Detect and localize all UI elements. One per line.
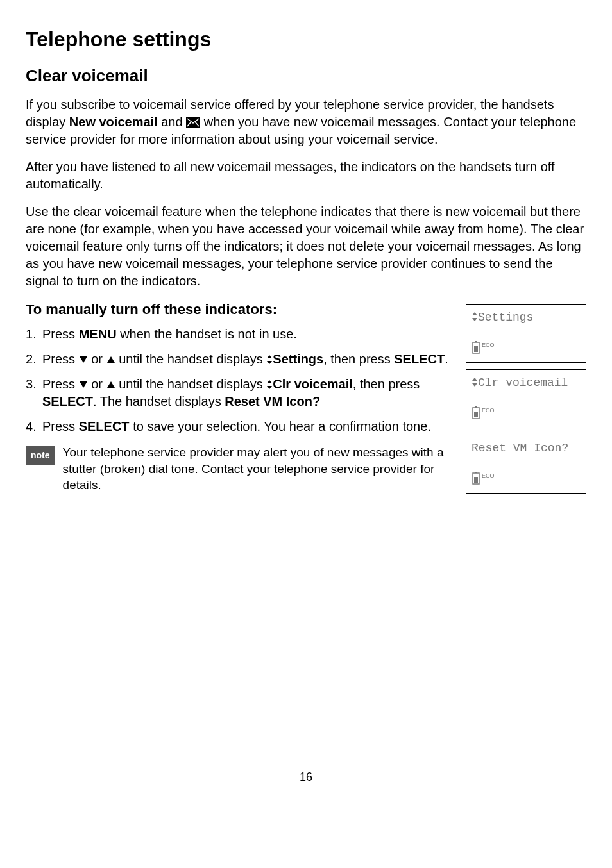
screen-text: Reset VM Icon? — [472, 441, 568, 456]
text-bold: SELECT — [42, 394, 93, 408]
steps-title: To manually turn off these indicators: — [26, 300, 453, 319]
svg-marker-6 — [107, 381, 115, 388]
eco-label: ECO — [482, 472, 495, 480]
arrows-updown-icon — [472, 312, 478, 322]
svg-marker-5 — [80, 381, 87, 388]
svg-marker-9 — [472, 312, 477, 315]
screen-text: Clr voicemail — [478, 376, 568, 390]
battery-icon — [472, 406, 480, 419]
text: , then press — [353, 377, 420, 391]
text: or — [88, 377, 106, 391]
arrows-updown-icon — [266, 355, 273, 365]
svg-marker-15 — [472, 383, 477, 387]
phone-screen-settings: Settings ECO — [466, 304, 586, 363]
eco-label: ECO — [482, 407, 495, 415]
svg-marker-8 — [267, 386, 272, 389]
text: , then press — [323, 352, 394, 366]
text-bold: SELECT — [394, 352, 445, 366]
text-bold: New voicemail — [69, 115, 158, 129]
text: Press — [42, 377, 79, 391]
note-block: note Your telephone service provider may… — [26, 444, 453, 494]
envelope-icon — [186, 117, 200, 128]
svg-rect-13 — [474, 346, 478, 352]
svg-marker-3 — [267, 355, 272, 358]
list-item: Press SELECT to save your selection. You… — [26, 418, 453, 435]
text: to save your selection. You hear a confi… — [130, 419, 431, 433]
text: Press — [42, 419, 79, 433]
text: Press — [42, 352, 79, 366]
svg-marker-2 — [107, 356, 115, 363]
text: and — [158, 115, 186, 129]
text-bold: Clr voicemail — [273, 377, 353, 391]
steps-list: Press MENU when the handset is not in us… — [26, 326, 453, 435]
battery-icon — [472, 341, 480, 354]
intro-paragraph-1: If you subscribe to voicemail service of… — [26, 96, 586, 148]
eco-label: ECO — [482, 342, 495, 349]
intro-paragraph-2: After you have listened to all new voice… — [26, 158, 586, 193]
section-title: Clear voicemail — [26, 65, 586, 87]
triangle-up-icon — [106, 381, 115, 388]
triangle-down-icon — [79, 381, 88, 388]
svg-marker-7 — [267, 380, 272, 383]
arrows-updown-icon — [472, 377, 478, 387]
text-bold: Reset VM Icon? — [225, 394, 320, 408]
svg-marker-10 — [472, 318, 477, 321]
text: . — [445, 352, 448, 366]
list-item: Press or until the handset displays Clr … — [26, 376, 453, 410]
intro-paragraph-3: Use the clear voicemail feature when the… — [26, 203, 586, 290]
triangle-down-icon — [79, 356, 88, 363]
page-number: 16 — [26, 769, 586, 785]
svg-rect-21 — [474, 477, 478, 483]
note-text: Your telephone service provider may aler… — [63, 444, 453, 494]
screen-text: Settings — [478, 310, 533, 325]
svg-rect-18 — [474, 412, 478, 417]
svg-marker-14 — [472, 378, 477, 381]
text-bold: MENU — [79, 327, 117, 341]
text-bold: SELECT — [79, 419, 130, 433]
text: or — [88, 352, 106, 366]
text: Press — [42, 327, 79, 341]
text: when the handset is not in use. — [117, 327, 297, 341]
phone-screen-clr-voicemail: Clr voicemail ECO — [466, 369, 586, 428]
phone-screen-reset-vm: Reset VM Icon? ECO — [466, 435, 586, 494]
text: until the handset displays — [115, 352, 267, 366]
note-badge: note — [26, 446, 55, 465]
text: until the handset displays — [115, 377, 267, 391]
svg-marker-4 — [267, 361, 272, 364]
text: . The handset displays — [93, 394, 225, 408]
battery-icon — [472, 472, 480, 485]
page-title: Telephone settings — [26, 26, 586, 53]
list-item: Press or until the handset displays Sett… — [26, 351, 453, 368]
text-bold: Settings — [273, 352, 323, 366]
arrows-updown-icon — [266, 380, 273, 390]
list-item: Press MENU when the handset is not in us… — [26, 326, 453, 343]
svg-marker-1 — [80, 356, 87, 363]
triangle-up-icon — [106, 356, 115, 363]
